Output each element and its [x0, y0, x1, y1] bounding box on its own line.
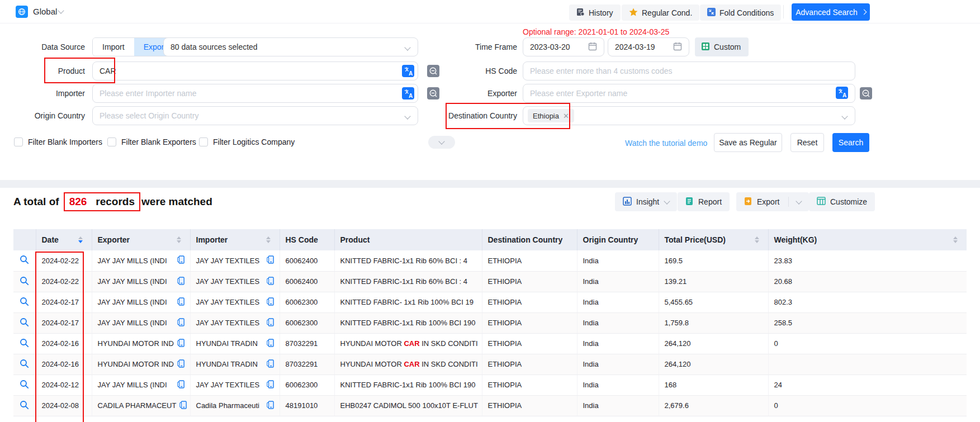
contact-icon[interactable] — [179, 401, 187, 411]
view-detail-icon[interactable] — [13, 312, 36, 333]
contact-icon[interactable] — [267, 318, 274, 328]
checkbox-icon[interactable] — [107, 137, 116, 146]
collapse-conditions-button[interactable] — [428, 136, 455, 149]
fold-conditions-button[interactable]: Fold Conditions — [700, 4, 781, 21]
contact-icon[interactable] — [177, 318, 184, 328]
chevron-down-icon[interactable] — [58, 7, 64, 13]
cell-destination-country: ETHIOPIA — [482, 250, 577, 271]
exporter-input[interactable]: A — [523, 84, 855, 103]
history-button[interactable]: History — [569, 4, 621, 21]
report-button[interactable]: Report — [678, 192, 730, 211]
cell-total-price: 264,120 — [659, 354, 768, 374]
contact-icon[interactable] — [177, 380, 184, 390]
contact-icon[interactable] — [267, 297, 274, 307]
data-sources-select[interactable]: 80 data sources selected — [163, 37, 418, 56]
reset-button[interactable]: Reset — [790, 133, 824, 152]
sort-icons[interactable] — [266, 236, 271, 243]
destination-country-select[interactable]: Ethiopia ✕ — [523, 106, 855, 125]
time-frame-label: Time Frame — [430, 37, 517, 56]
cell-hs-code: 87032291 — [280, 354, 334, 374]
contact-icon[interactable] — [177, 255, 184, 265]
hs-code-input[interactable] — [523, 61, 855, 80]
column-header-total-price-usd-[interactable]: Total Price(USD) — [659, 229, 768, 250]
remove-tag-icon[interactable]: ✕ — [563, 112, 569, 120]
globe-icon[interactable] — [16, 6, 28, 18]
translate-icon[interactable]: A — [836, 87, 848, 101]
checkbox-icon[interactable] — [14, 137, 23, 146]
filter-blank-exporters-checkbox[interactable]: Filter Blank Exporters — [107, 137, 196, 146]
filter-label: Filter Blank Importers — [28, 137, 102, 146]
column-header-weight-kg-[interactable]: Weight(KG) — [768, 229, 967, 250]
advanced-search-button[interactable]: Advanced Search — [792, 3, 870, 21]
results-summary: A total of 826 records were matched — [13, 192, 212, 211]
column-label: Total Price(USD) — [665, 235, 726, 244]
sort-icons[interactable] — [177, 236, 181, 243]
company-name: HYUNDAI TRADIN — [196, 360, 258, 368]
translate-icon[interactable]: A — [402, 65, 414, 77]
save-as-regular-button[interactable]: Save as Regular — [714, 133, 782, 152]
exact-match-icon[interactable] — [860, 87, 872, 99]
cell-destination-country: ETHIOPIA — [482, 395, 577, 416]
view-detail-icon[interactable] — [13, 292, 36, 312]
customize-button[interactable]: Customize — [809, 192, 875, 211]
start-date-value[interactable] — [530, 42, 588, 51]
filter-logistics-company-checkbox[interactable]: Filter Logitics Company — [199, 137, 295, 146]
end-date-input[interactable] — [608, 37, 689, 56]
insight-label: Insight — [636, 197, 659, 206]
importer-input[interactable] — [92, 84, 418, 103]
contact-icon[interactable] — [177, 359, 184, 369]
start-date-input[interactable] — [523, 37, 604, 56]
contact-icon[interactable] — [177, 339, 184, 349]
column-label: Origin Country — [583, 235, 638, 244]
tutorial-link[interactable]: Watch the tutorial demo — [625, 139, 707, 148]
view-detail-icon[interactable] — [13, 395, 36, 416]
view-detail-icon[interactable] — [13, 271, 36, 292]
region-selector[interactable]: Global — [33, 7, 57, 16]
origin-country-select[interactable]: Please select Origin Country — [92, 106, 418, 125]
insight-button[interactable]: Insight — [615, 192, 677, 211]
column-header-exporter[interactable]: Exporter — [92, 229, 190, 250]
filter-blank-importers-checkbox[interactable]: Filter Blank Importers — [14, 137, 102, 146]
column-label: Date — [42, 235, 59, 244]
sort-icons[interactable] — [78, 236, 83, 243]
import-tab[interactable]: Import — [93, 38, 134, 56]
search-button[interactable]: Search — [832, 133, 869, 152]
column-header-date[interactable]: Date — [36, 229, 92, 250]
contact-icon[interactable] — [267, 277, 274, 287]
chevron-down-icon[interactable] — [796, 198, 802, 204]
hs-code-value[interactable] — [530, 67, 848, 75]
contact-icon[interactable] — [177, 297, 184, 307]
contact-icon[interactable] — [267, 339, 274, 349]
company-name: JAY JAY TEXTILES — [196, 381, 260, 389]
product-value[interactable] — [100, 67, 411, 75]
export-button[interactable]: Export — [736, 192, 809, 211]
cell-date: 2024-02-08 — [36, 395, 92, 416]
product-input[interactable] — [92, 61, 418, 80]
view-detail-icon[interactable] — [13, 354, 36, 374]
company-name: JAY JAY TEXTILES — [196, 277, 260, 286]
contact-icon[interactable] — [267, 380, 274, 390]
company-name: JAY JAY TEXTILES — [196, 319, 260, 327]
exporter-value[interactable] — [530, 89, 832, 98]
end-date-value[interactable] — [615, 42, 673, 51]
view-detail-icon[interactable] — [13, 374, 36, 395]
contact-icon[interactable] — [267, 359, 274, 369]
custom-range-button[interactable]: Custom — [695, 37, 749, 56]
view-detail-icon[interactable] — [13, 333, 36, 354]
product-label: Product — [0, 61, 85, 80]
importer-value[interactable] — [100, 89, 411, 98]
view-detail-icon[interactable] — [13, 250, 36, 271]
contact-icon[interactable] — [177, 277, 184, 287]
contact-icon[interactable] — [267, 255, 274, 265]
sort-icons[interactable] — [953, 236, 958, 243]
table-header-row: DateExporterImporterHS CodeProductDestin… — [13, 229, 967, 250]
contact-icon[interactable] — [267, 401, 274, 411]
optional-range-text: Optional range: 2021-01-01 to 2024-03-25 — [523, 27, 669, 36]
regular-cond-button[interactable]: Regular Cond. — [622, 4, 699, 21]
checkbox-icon[interactable] — [199, 137, 208, 146]
translate-icon[interactable]: A — [402, 87, 414, 99]
sort-icons[interactable] — [755, 236, 759, 243]
destination-country-tag: Ethiopia ✕ — [528, 109, 574, 122]
chevron-down-icon — [404, 113, 410, 119]
column-header-importer[interactable]: Importer — [190, 229, 280, 250]
